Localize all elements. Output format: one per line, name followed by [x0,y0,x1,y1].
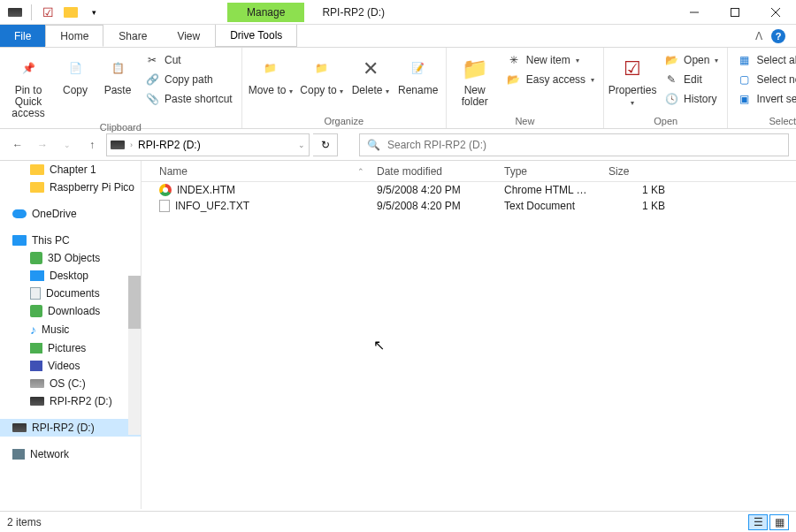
drive-icon [30,379,44,388]
pin-icon: 📌 [14,55,42,83]
collapse-ribbon-icon[interactable]: ᐱ [755,30,762,42]
nav-scrollbar[interactable] [128,276,141,435]
copy-to-button[interactable]: 📁 Copy to ▾ [299,51,345,96]
tree-item-downloads[interactable]: Downloads [0,302,141,320]
tab-home[interactable]: Home [45,25,103,47]
mouse-cursor-icon: ↖ [373,337,385,353]
file-date: 9/5/2008 4:20 PM [370,200,497,212]
nav-forward-button[interactable]: → [32,134,53,156]
move-to-label: Move to [249,84,287,96]
view-large-icons-button[interactable]: ▦ [769,514,789,530]
quick-access-toolbar: ☑ ▾ [0,3,103,22]
qat-properties-icon[interactable]: ☑ [38,3,57,22]
address-drive-icon [111,141,125,149]
rename-label: Rename [398,85,438,96]
cut-button[interactable]: ✂Cut [142,51,236,69]
close-button[interactable] [755,0,796,25]
properties-button[interactable]: ☑ Properties ▾ [609,51,655,108]
column-header-name[interactable]: Name⌃ [152,165,370,178]
3d-objects-icon [30,252,42,264]
view-details-button[interactable]: ☰ [748,514,768,530]
nav-up-button[interactable]: ↑ [81,134,103,156]
search-box[interactable]: 🔍 [359,133,789,156]
column-header-label: Name [159,165,188,178]
copy-path-button[interactable]: 🔗Copy path [142,71,236,88]
history-button[interactable]: 🕓History [661,90,722,108]
onedrive-icon [12,209,27,218]
file-rows[interactable]: ↖ INDEX.HTM9/5/2008 4:20 PMChrome HTML D… [142,182,796,509]
address-path[interactable]: RPI-RP2 (D:) [138,139,201,151]
window-controls [674,0,796,25]
tree-item-pictures[interactable]: Pictures [0,339,141,357]
select-none-button[interactable]: ▢Select none [733,71,796,88]
tree-item-rpi-rp2-d-selected[interactable]: RPI-RP2 (D:) [0,419,141,437]
nav-back-button[interactable]: ← [7,134,28,156]
paste-shortcut-button[interactable]: 📎Paste shortcut [142,90,236,108]
tree-label: Music [42,323,69,336]
file-row[interactable]: INDEX.HTM9/5/2008 4:20 PMChrome HTML Do.… [142,182,796,198]
move-to-button[interactable]: 📁 Move to ▾ [248,51,294,96]
tree-item-rpi-rp2-d[interactable]: RPI-RP2 (D:) [0,392,141,410]
rename-icon: 📝 [404,55,432,83]
tab-file[interactable]: File [0,25,45,47]
tab-view[interactable]: View [162,25,215,47]
breadcrumb-chevron-icon[interactable]: › [130,141,133,149]
new-folder-button[interactable]: 📁 New folder [452,51,498,108]
ribbon-tabs: File Home Share View Drive Tools ᐱ ? [0,25,796,48]
tree-item-chapter1[interactable]: Chapter 1 [0,161,141,179]
column-header-type[interactable]: Type [497,165,601,178]
tree-label: 3D Objects [48,252,100,264]
delete-label: Delete [352,84,383,96]
qat-drive-icon[interactable] [5,3,25,22]
tab-drive-tools[interactable]: Drive Tools [215,25,297,47]
refresh-button[interactable]: ↻ [313,133,338,156]
tree-label: This PC [32,234,70,247]
copy-label: Copy [63,85,88,96]
tree-item-videos[interactable]: Videos [0,357,141,375]
address-dropdown-icon[interactable]: ⌄ [298,141,305,149]
tree-item-3d-objects[interactable]: 3D Objects [0,249,141,267]
invert-selection-button[interactable]: ▣Invert selection [733,90,796,108]
pin-to-quick-access-button[interactable]: 📌 Pin to Quick access [5,51,51,120]
edit-button[interactable]: ✎Edit [661,71,722,88]
search-input[interactable] [387,139,781,151]
tree-item-documents[interactable]: Documents [0,285,141,302]
qat-customize-icon[interactable]: ▾ [84,3,103,22]
minimize-button[interactable] [674,0,715,25]
tree-item-music[interactable]: ♪Music [0,320,141,339]
tree-item-raspberry-pi-pico[interactable]: Raspberry Pi Pico [0,179,141,196]
column-header-date[interactable]: Date modified [370,165,497,178]
tree-item-this-pc[interactable]: This PC [0,232,141,249]
file-row[interactable]: INFO_UF2.TXT9/5/2008 4:20 PMText Documen… [142,198,796,214]
select-all-button[interactable]: ▦Select all [733,51,796,69]
paste-shortcut-label: Paste shortcut [165,93,233,105]
tree-item-desktop[interactable]: Desktop [0,267,141,285]
open-button[interactable]: 📂Open ▾ [661,51,722,69]
help-icon[interactable]: ? [771,29,785,43]
nav-recent-dropdown[interactable]: ⌄ [57,134,78,156]
folder-icon [30,164,44,175]
tree-item-network[interactable]: Network [0,445,141,463]
nav-scrollbar-thumb[interactable] [128,276,141,329]
paste-button[interactable]: 📋 Paste [99,51,136,96]
group-label-select: Select [733,114,796,126]
file-type-icon [159,184,172,196]
easy-access-button[interactable]: 📂Easy access ▾ [503,71,598,88]
open-label: Open [684,54,709,66]
column-header-size[interactable]: Size [601,165,672,178]
maximize-button[interactable] [715,0,755,25]
status-item-count: 2 items [7,516,42,528]
contextual-tab-manage[interactable]: Manage [227,3,304,22]
new-item-button[interactable]: ✳New item ▾ [503,51,598,69]
tree-item-os-c[interactable]: OS (C:) [0,375,141,392]
titlebar: ☑ ▾ Manage RPI-RP2 (D:) [0,0,796,25]
rename-button[interactable]: 📝 Rename [396,51,440,96]
qat-folder-icon[interactable] [61,3,80,22]
easy-access-label: Easy access [526,73,586,86]
delete-button[interactable]: ✕ Delete ▾ [350,51,391,96]
copy-button[interactable]: 📄 Copy [57,51,94,96]
address-bar[interactable]: › RPI-RP2 (D:) ⌄ [106,133,310,156]
tab-share[interactable]: Share [103,25,162,47]
tree-item-onedrive[interactable]: OneDrive [0,205,141,223]
documents-icon [30,287,41,300]
